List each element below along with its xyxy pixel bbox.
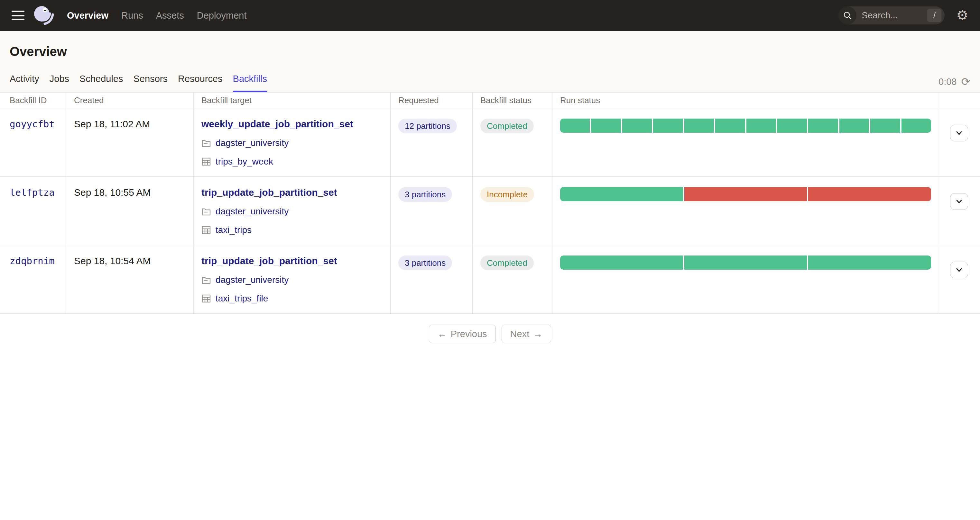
run-status-bar[interactable] [560, 119, 931, 133]
arrow-right-icon: → [533, 329, 542, 339]
tab-resources[interactable]: Resources [178, 74, 223, 92]
folder-icon [201, 275, 211, 285]
created-timestamp: Sep 18, 10:55 AM [66, 177, 194, 245]
tab-activity[interactable]: Activity [10, 74, 39, 92]
table-grid-icon [201, 294, 211, 303]
gear-icon[interactable]: ⚙ [956, 9, 969, 22]
page-header: Overview Activity Jobs Schedules Sensors… [0, 31, 980, 93]
run-segment-success[interactable] [839, 119, 869, 133]
run-segment-success[interactable] [653, 119, 683, 133]
refresh-countdown: 0:08 [939, 76, 956, 87]
run-segment-success[interactable] [746, 119, 776, 133]
search-shortcut-key: / [927, 9, 942, 22]
run-status-bar[interactable] [560, 255, 931, 270]
next-page-button[interactable]: Next → [501, 325, 552, 343]
chevron-down-icon [955, 129, 963, 137]
nav-item-assets[interactable]: Assets [156, 10, 184, 21]
menu-icon[interactable] [11, 11, 24, 20]
run-status-bar[interactable] [560, 187, 931, 201]
page-title: Overview [0, 31, 980, 59]
table-grid-icon [201, 157, 211, 166]
requested-badge[interactable]: 3 partitions [398, 255, 452, 270]
run-segment-success[interactable] [560, 119, 590, 133]
requested-badge[interactable]: 12 partitions [398, 119, 457, 133]
nav-item-runs[interactable]: Runs [121, 10, 143, 21]
folder-icon [201, 138, 211, 148]
search-input[interactable]: Search... / [838, 6, 945, 24]
run-segment-success[interactable] [684, 119, 714, 133]
asset-job-link[interactable]: trips_by_week [216, 157, 273, 167]
code-location-link[interactable]: dagster_university [216, 275, 289, 285]
dagster-logo-icon[interactable] [33, 5, 54, 26]
chevron-down-icon [955, 266, 963, 274]
created-timestamp: Sep 18, 10:54 AM [66, 245, 194, 313]
previous-page-button[interactable]: ← Previous [429, 325, 496, 343]
run-segment-success[interactable] [622, 119, 652, 133]
table-grid-icon [201, 225, 211, 235]
backfill-target-link[interactable]: trip_update_job_partition_set [201, 255, 390, 266]
tab-schedules[interactable]: Schedules [80, 74, 123, 92]
asset-job-link[interactable]: taxi_trips [216, 225, 251, 235]
pagination: ← Previous Next → [0, 325, 980, 343]
run-segment-success[interactable] [684, 255, 807, 270]
col-requested: Requested [391, 93, 473, 108]
row-actions-button[interactable] [950, 262, 968, 278]
backfill-id-link[interactable]: lelfptza [10, 187, 55, 198]
refresh-icon[interactable]: ⟳ [961, 76, 970, 87]
col-created: Created [66, 93, 194, 108]
arrow-left-icon: ← [438, 329, 447, 339]
backfill-target-link[interactable]: weekly_update_job_partition_set [201, 119, 390, 130]
col-backfill-id: Backfill ID [0, 93, 66, 108]
run-segment-success[interactable] [870, 119, 900, 133]
backfill-status-badge: Completed [480, 255, 534, 270]
row-actions-button[interactable] [950, 193, 968, 210]
chevron-down-icon [955, 197, 963, 206]
backfill-target-link[interactable]: trip_update_job_partition_set [201, 187, 390, 198]
col-backfill-status: Backfill status [473, 93, 552, 108]
code-location-link[interactable]: dagster_university [216, 138, 289, 148]
backfill-id-link[interactable]: zdqbrnim [10, 255, 55, 266]
search-placeholder: Search... [862, 10, 927, 21]
folder-icon [201, 207, 211, 216]
backfill-id-link[interactable]: goyycfbt [10, 119, 55, 130]
asset-job-link[interactable]: taxi_trips_file [216, 293, 268, 304]
backfill-status-badge: Completed [480, 119, 534, 133]
run-segment-failure[interactable] [808, 187, 931, 201]
table-row: zdqbrnim Sep 18, 10:54 AM trip_update_jo… [0, 245, 980, 314]
top-nav: Overview Runs Assets Deployment Search..… [0, 0, 980, 31]
run-segment-success[interactable] [808, 255, 931, 270]
search-icon [838, 6, 856, 24]
table-header: Backfill ID Created Backfill target Requ… [0, 93, 980, 108]
run-segment-success[interactable] [715, 119, 745, 133]
col-actions [938, 93, 980, 108]
requested-badge[interactable]: 3 partitions [398, 187, 452, 202]
run-segment-success[interactable] [777, 119, 807, 133]
col-run-status: Run status [552, 93, 938, 108]
table-row: goyycfbt Sep 18, 11:02 AM weekly_update_… [0, 108, 980, 177]
tab-backfills[interactable]: Backfills [233, 74, 267, 92]
row-actions-button[interactable] [950, 125, 968, 141]
tab-jobs[interactable]: Jobs [49, 74, 69, 92]
backfill-status-badge: Incomplete [480, 187, 534, 202]
tab-sensors[interactable]: Sensors [134, 74, 168, 92]
nav-item-overview[interactable]: Overview [67, 10, 108, 21]
code-location-link[interactable]: dagster_university [216, 206, 289, 217]
table-row: lelfptza Sep 18, 10:55 AM trip_update_jo… [0, 177, 980, 245]
run-segment-failure[interactable] [684, 187, 807, 201]
run-segment-success[interactable] [560, 255, 683, 270]
run-segment-success[interactable] [591, 119, 620, 133]
run-segment-success[interactable] [560, 187, 683, 201]
run-segment-success[interactable] [902, 119, 931, 133]
primary-nav: Overview Runs Assets Deployment [67, 10, 247, 21]
run-segment-success[interactable] [808, 119, 838, 133]
col-backfill-target: Backfill target [194, 93, 391, 108]
nav-item-deployment[interactable]: Deployment [197, 10, 247, 21]
overview-tabs: Activity Jobs Schedules Sensors Resource… [10, 74, 267, 92]
created-timestamp: Sep 18, 11:02 AM [66, 108, 194, 176]
